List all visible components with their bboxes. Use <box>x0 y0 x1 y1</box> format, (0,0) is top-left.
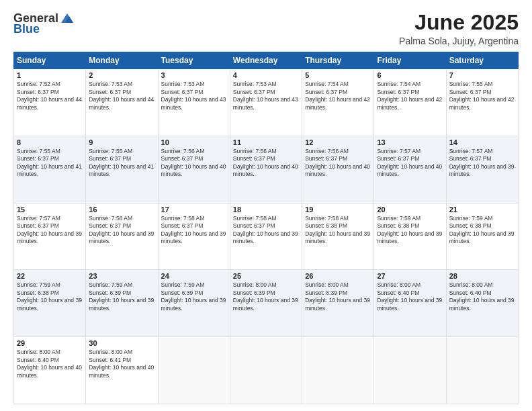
calendar-week-1: 1Sunrise: 7:52 AMSunset: 6:37 PMDaylight… <box>14 69 519 136</box>
calendar-week-2: 8Sunrise: 7:55 AMSunset: 6:37 PMDaylight… <box>14 136 519 203</box>
calendar-day-8: 8Sunrise: 7:55 AMSunset: 6:37 PMDaylight… <box>14 136 86 203</box>
calendar-empty-cell <box>158 337 230 404</box>
calendar-day-29: 29Sunrise: 8:00 AMSunset: 6:40 PMDayligh… <box>14 337 86 404</box>
calendar-day-12: 12Sunrise: 7:56 AMSunset: 6:37 PMDayligh… <box>302 136 374 203</box>
calendar-day-9: 9Sunrise: 7:55 AMSunset: 6:37 PMDaylight… <box>86 136 158 203</box>
calendar-day-6: 6Sunrise: 7:54 AMSunset: 6:37 PMDaylight… <box>374 69 446 136</box>
calendar-empty-cell <box>302 337 374 404</box>
calendar-day-27: 27Sunrise: 8:00 AMSunset: 6:40 PMDayligh… <box>374 270 446 337</box>
calendar-day-17: 17Sunrise: 7:58 AMSunset: 6:37 PMDayligh… <box>158 203 230 270</box>
calendar-day-10: 10Sunrise: 7:56 AMSunset: 6:37 PMDayligh… <box>158 136 230 203</box>
calendar-day-19: 19Sunrise: 7:58 AMSunset: 6:38 PMDayligh… <box>302 203 374 270</box>
calendar-body: 1Sunrise: 7:52 AMSunset: 6:37 PMDaylight… <box>14 69 519 404</box>
calendar-day-22: 22Sunrise: 7:59 AMSunset: 6:38 PMDayligh… <box>14 270 86 337</box>
calendar-day-1: 1Sunrise: 7:52 AMSunset: 6:37 PMDaylight… <box>14 69 86 136</box>
calendar-empty-cell <box>230 337 302 404</box>
calendar-day-15: 15Sunrise: 7:57 AMSunset: 6:37 PMDayligh… <box>14 203 86 270</box>
calendar-day-14: 14Sunrise: 7:57 AMSunset: 6:37 PMDayligh… <box>446 136 518 203</box>
calendar-day-13: 13Sunrise: 7:57 AMSunset: 6:37 PMDayligh… <box>374 136 446 203</box>
calendar-day-16: 16Sunrise: 7:58 AMSunset: 6:37 PMDayligh… <box>86 203 158 270</box>
logo: General Blue <box>13 11 75 35</box>
calendar-day-2: 2Sunrise: 7:53 AMSunset: 6:37 PMDaylight… <box>86 69 158 136</box>
page: General Blue June 2025 Palma Sola, Jujuy… <box>0 0 532 411</box>
calendar-table: Sunday Monday Tuesday Wednesday Thursday… <box>13 52 519 404</box>
title-block: June 2025 Palma Sola, Jujuy, Argentina <box>399 11 519 46</box>
calendar-week-3: 15Sunrise: 7:57 AMSunset: 6:37 PMDayligh… <box>14 203 519 270</box>
col-friday: Friday <box>374 52 446 69</box>
calendar-day-28: 28Sunrise: 8:00 AMSunset: 6:40 PMDayligh… <box>446 270 518 337</box>
calendar-day-21: 21Sunrise: 7:59 AMSunset: 6:38 PMDayligh… <box>446 203 518 270</box>
col-thursday: Thursday <box>302 52 374 69</box>
col-wednesday: Wednesday <box>230 52 302 69</box>
col-sunday: Sunday <box>14 52 86 69</box>
calendar-week-4: 22Sunrise: 7:59 AMSunset: 6:38 PMDayligh… <box>14 270 519 337</box>
calendar-day-24: 24Sunrise: 7:59 AMSunset: 6:39 PMDayligh… <box>158 270 230 337</box>
calendar-day-30: 30Sunrise: 8:00 AMSunset: 6:41 PMDayligh… <box>86 337 158 404</box>
calendar-day-26: 26Sunrise: 8:00 AMSunset: 6:39 PMDayligh… <box>302 270 374 337</box>
calendar-day-23: 23Sunrise: 7:59 AMSunset: 6:39 PMDayligh… <box>86 270 158 337</box>
calendar-empty-cell <box>374 337 446 404</box>
logo-icon <box>60 11 75 26</box>
calendar-day-7: 7Sunrise: 7:55 AMSunset: 6:37 PMDaylight… <box>446 69 518 136</box>
calendar-day-20: 20Sunrise: 7:59 AMSunset: 6:38 PMDayligh… <box>374 203 446 270</box>
calendar-empty-cell <box>446 337 518 404</box>
col-tuesday: Tuesday <box>158 52 230 69</box>
col-saturday: Saturday <box>446 52 518 69</box>
calendar-header-row: Sunday Monday Tuesday Wednesday Thursday… <box>14 52 519 69</box>
calendar-day-25: 25Sunrise: 8:00 AMSunset: 6:39 PMDayligh… <box>230 270 302 337</box>
calendar-day-3: 3Sunrise: 7:53 AMSunset: 6:37 PMDaylight… <box>158 69 230 136</box>
calendar-day-18: 18Sunrise: 7:58 AMSunset: 6:37 PMDayligh… <box>230 203 302 270</box>
calendar-day-11: 11Sunrise: 7:56 AMSunset: 6:37 PMDayligh… <box>230 136 302 203</box>
calendar-day-5: 5Sunrise: 7:54 AMSunset: 6:37 PMDaylight… <box>302 69 374 136</box>
subtitle: Palma Sola, Jujuy, Argentina <box>399 36 519 46</box>
col-monday: Monday <box>86 52 158 69</box>
header: General Blue June 2025 Palma Sola, Jujuy… <box>13 11 519 46</box>
calendar-day-4: 4Sunrise: 7:53 AMSunset: 6:37 PMDaylight… <box>230 69 302 136</box>
calendar-week-5: 29Sunrise: 8:00 AMSunset: 6:40 PMDayligh… <box>14 337 519 404</box>
main-title: June 2025 <box>399 11 519 34</box>
logo-blue: Blue <box>13 23 40 35</box>
